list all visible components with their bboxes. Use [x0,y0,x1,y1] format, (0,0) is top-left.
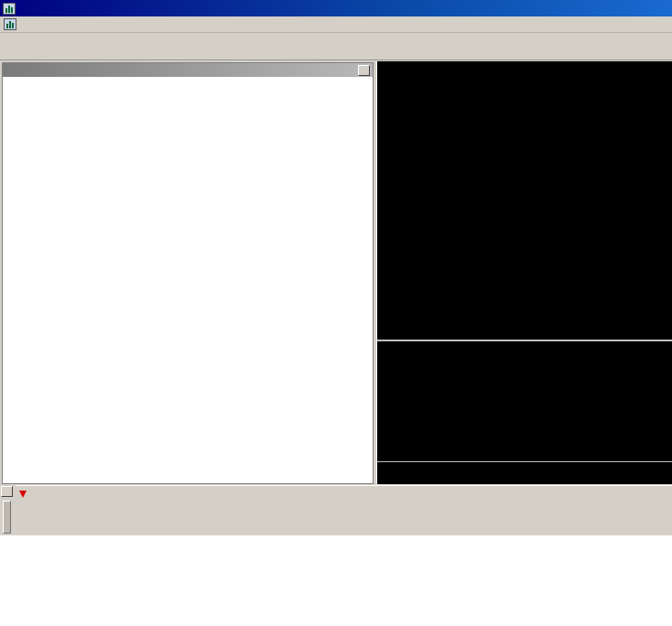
axis-divider [377,461,672,462]
title-bar [0,0,672,16]
market-watch-titlebar[interactable] [3,63,373,77]
orders-table [16,485,672,502]
application-window [0,0,672,626]
account-summary-row [16,485,672,502]
app-icon [3,3,16,15]
terminal-panel [0,485,672,535]
market-watch-close-icon[interactable] [358,65,370,76]
terminal-left-rail [0,485,15,535]
child-window-icon [4,18,16,30]
menu-bar [0,16,672,33]
time-axis[interactable] [377,462,672,484]
chart-window[interactable] [376,61,672,484]
main-window [0,0,672,535]
price-chart[interactable] [377,61,672,340]
balance-down-icon [19,491,27,498]
toolbar [0,33,672,60]
terminal-drag-handle[interactable] [3,501,11,534]
chart-panel-divider[interactable] [377,340,672,341]
macd-indicator-chart[interactable] [377,341,672,462]
terminal-close-icon[interactable] [1,486,13,497]
market-watch-panel [2,62,374,484]
